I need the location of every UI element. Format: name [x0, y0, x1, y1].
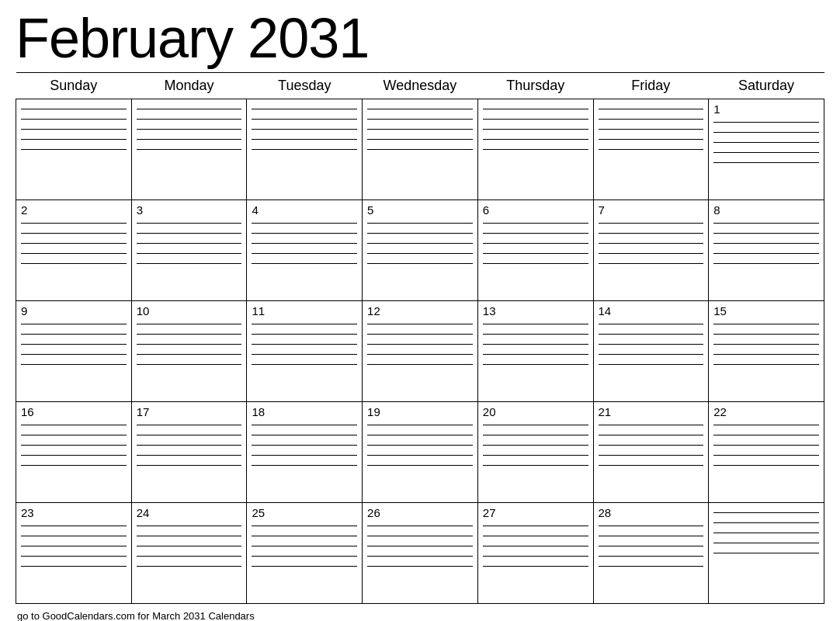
day-number-26: 26 — [367, 506, 473, 519]
day-line-4 — [367, 566, 473, 567]
day-cell-2: 2 — [16, 200, 132, 301]
day-line-1 — [367, 435, 473, 435]
day-line-1 — [599, 536, 704, 536]
day-line-3 — [599, 139, 704, 140]
day-line-0 — [599, 324, 704, 324]
day-line-2 — [367, 243, 473, 244]
day-line-3 — [599, 253, 704, 254]
day-line-4 — [599, 364, 704, 365]
day-lines — [367, 109, 473, 150]
day-cell-28: 28 — [593, 503, 709, 604]
day-line-4 — [713, 263, 819, 264]
day-line-1 — [713, 132, 819, 133]
day-line-3 — [599, 556, 704, 557]
day-number-1: 1 — [713, 102, 819, 116]
day-lines — [252, 223, 357, 264]
day-line-4 — [483, 364, 588, 365]
day-lines — [483, 109, 588, 150]
day-cell-27: 27 — [477, 503, 593, 604]
day-line-2 — [713, 445, 819, 446]
day-line-1 — [483, 334, 588, 335]
day-line-2 — [367, 445, 473, 446]
day-line-3 — [367, 455, 473, 456]
day-line-3 — [21, 139, 127, 140]
day-cell-21: 21 — [593, 402, 709, 503]
day-lines — [137, 109, 242, 150]
day-lines — [483, 223, 588, 264]
day-line-0 — [252, 425, 357, 425]
day-line-1 — [367, 119, 473, 120]
header-friday: Friday — [593, 73, 709, 99]
day-line-2 — [483, 344, 588, 345]
day-cell-empty-1 — [131, 99, 247, 200]
day-line-4 — [483, 149, 588, 150]
day-number-10: 10 — [137, 304, 242, 317]
day-line-4 — [137, 149, 242, 150]
day-number-19: 19 — [367, 405, 473, 418]
day-cell-15: 15 — [709, 301, 824, 402]
day-line-4 — [137, 263, 242, 264]
day-line-0 — [252, 223, 357, 224]
day-line-3 — [367, 139, 473, 140]
day-line-0 — [367, 324, 473, 324]
day-lines — [21, 526, 127, 567]
day-cell-20: 20 — [477, 402, 593, 503]
day-line-1 — [21, 119, 127, 120]
day-number-9: 9 — [21, 304, 127, 317]
footer-text: go to GoodCalendars.com for March 2031 C… — [16, 610, 824, 621]
day-cell-25: 25 — [247, 503, 363, 604]
day-line-2 — [21, 546, 127, 546]
day-line-1 — [137, 233, 242, 234]
day-line-3 — [483, 455, 588, 456]
day-line-1 — [21, 233, 127, 234]
day-line-2 — [713, 344, 819, 345]
day-line-4 — [252, 465, 357, 466]
day-header-row: Sunday Monday Tuesday Wednesday Thursday… — [16, 73, 824, 99]
day-line-1 — [252, 435, 357, 435]
day-lines — [599, 324, 704, 365]
day-line-1 — [599, 119, 704, 120]
day-line-0 — [21, 324, 127, 324]
day-number-22: 22 — [713, 405, 819, 418]
day-line-1 — [367, 334, 473, 335]
day-line-2 — [137, 445, 242, 446]
day-line-4 — [252, 566, 357, 567]
day-line-0 — [483, 223, 588, 224]
day-lines — [713, 512, 819, 553]
day-lines — [21, 324, 127, 365]
day-lines — [599, 526, 704, 567]
week-row-3: 9101112131415 — [16, 301, 824, 402]
day-line-2 — [252, 344, 357, 345]
day-line-4 — [252, 364, 357, 365]
day-lines — [21, 223, 127, 264]
day-lines — [137, 324, 242, 365]
day-line-1 — [367, 233, 473, 234]
day-line-2 — [599, 546, 704, 546]
day-line-1 — [599, 334, 704, 335]
day-cell-5: 5 — [363, 200, 478, 301]
day-line-3 — [367, 253, 473, 254]
day-number-21: 21 — [599, 405, 704, 418]
day-line-2 — [713, 243, 819, 244]
day-line-3 — [21, 556, 127, 557]
day-line-1 — [483, 233, 588, 234]
day-number-3: 3 — [137, 203, 242, 217]
day-line-3 — [713, 253, 819, 254]
week-row-4: 16171819202122 — [16, 402, 824, 503]
month-title: February 2031 — [16, 8, 824, 69]
day-lines — [483, 526, 588, 567]
day-line-0 — [599, 109, 704, 109]
day-line-2 — [252, 445, 357, 446]
day-line-0 — [137, 223, 242, 224]
day-lines — [713, 425, 819, 466]
header-monday: Monday — [131, 73, 247, 99]
day-cell-8: 8 — [709, 200, 824, 301]
day-line-1 — [483, 119, 588, 120]
day-line-4 — [21, 364, 127, 365]
day-lines — [599, 109, 704, 150]
day-line-3 — [137, 455, 242, 456]
day-line-4 — [21, 465, 127, 466]
day-line-4 — [599, 566, 704, 567]
day-line-2 — [252, 129, 357, 130]
day-line-4 — [599, 465, 704, 466]
